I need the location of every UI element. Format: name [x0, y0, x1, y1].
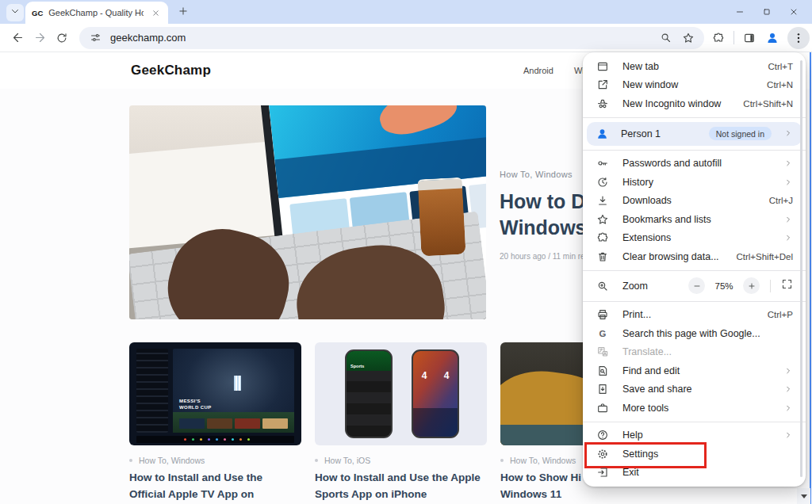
menu-item-extensions[interactable]: Extensions	[583, 229, 806, 248]
thumb-art-phone-right: 4 4	[412, 349, 459, 438]
chevron-right-icon	[783, 403, 793, 413]
menu-item-clear-browsing-data[interactable]: Clear browsing data... Ctrl+Shift+Del	[583, 247, 806, 266]
zoom-divider	[770, 280, 771, 292]
chevron-right-icon	[783, 215, 793, 224]
thumb-art-player	[234, 376, 241, 391]
thumb-art-taskbar	[136, 436, 294, 443]
exit-icon	[596, 466, 609, 479]
chevron-right-icon	[783, 384, 793, 394]
translate-icon	[596, 346, 609, 359]
briefcase-icon	[596, 401, 609, 414]
close-window-button[interactable]	[780, 0, 807, 24]
hero-image[interactable]	[129, 105, 486, 319]
chevron-right-icon	[783, 178, 793, 187]
tab-search-button[interactable]	[6, 4, 24, 21]
menu-item-downloads[interactable]: Downloads Ctrl+J	[583, 192, 806, 211]
menu-item-save-and-share[interactable]: Save and share	[583, 380, 806, 399]
chevron-right-icon	[783, 430, 793, 440]
thumb-art-taskbar-icons	[216, 438, 218, 441]
plus-icon	[178, 6, 189, 20]
menu-scrollbar[interactable]	[800, 60, 802, 477]
menu-item-print[interactable]: Print... Ctrl+P	[583, 306, 806, 325]
zoom-in-button[interactable]	[743, 277, 760, 294]
menu-item-find-and-edit[interactable]: Find and edit	[583, 361, 806, 380]
thumb-art-poster	[262, 418, 288, 429]
fullscreen-icon[interactable]	[781, 278, 793, 293]
article-category[interactable]: How To, Windows	[139, 456, 205, 465]
menu-item-zoom: Zoom 75%	[583, 275, 806, 297]
person-avatar-icon	[596, 127, 609, 140]
tab-strip: GC GeekChamp - Quality How to G	[0, 0, 812, 24]
url-text[interactable]: geekchamp.com	[110, 32, 650, 44]
active-tab[interactable]: GC GeekChamp - Quality How to G	[25, 2, 168, 24]
hero-art-drink-glass	[418, 178, 466, 257]
menu-item-new-incognito-window[interactable]: New Incognito window Ctrl+Shift+N	[583, 94, 806, 113]
article-card-apple-sports[interactable]: Sports 4 4 How To, iOS How to Install an…	[315, 342, 487, 502]
article-category[interactable]: How To, iOS	[324, 456, 370, 465]
menu-item-translate: Translate...	[583, 343, 806, 362]
toolbar-actions	[710, 27, 810, 49]
new-tab-button[interactable]	[176, 6, 190, 20]
thumb-art-poster	[207, 418, 232, 429]
article-thumbnail-apple-tv[interactable]: MESSI'S WORLD CUP	[129, 342, 301, 445]
reload-button[interactable]	[51, 27, 73, 49]
page-scrollbar-corner[interactable]	[797, 488, 810, 504]
tab-close-icon[interactable]	[149, 6, 162, 19]
zoom-out-button[interactable]	[688, 277, 705, 294]
extensions-puzzle-icon[interactable]	[710, 30, 726, 46]
key-icon	[596, 157, 609, 170]
article-category[interactable]: How To, Windows	[510, 456, 576, 465]
zoom-controls: 75%	[688, 277, 793, 294]
bookmark-star-icon[interactable]	[680, 30, 696, 46]
window-edge-accent	[810, 52, 811, 504]
history-icon	[596, 175, 609, 189]
maximize-button[interactable]	[753, 0, 780, 24]
back-button[interactable]	[6, 27, 29, 49]
star-icon	[596, 212, 609, 226]
category-bullet	[315, 459, 318, 462]
new-window-icon	[596, 78, 609, 92]
zoom-in-icon	[596, 279, 609, 292]
menu-item-bookmarks-and-lists[interactable]: Bookmarks and lists	[583, 210, 806, 229]
menu-item-more-tools[interactable]: More tools	[583, 399, 806, 418]
profile-avatar-icon[interactable]	[764, 30, 780, 46]
site-logo[interactable]: GeekChamp	[131, 63, 211, 78]
article-title[interactable]: How to Install and Use the Official Appl…	[129, 469, 301, 504]
scrollbar-down-arrow-icon	[801, 494, 807, 498]
article-card-apple-tv[interactable]: MESSI'S WORLD CUP How To, Windows How to…	[129, 342, 301, 504]
minimize-button[interactable]	[726, 0, 753, 24]
thumb-score-right: 4	[444, 370, 450, 381]
zoom-indicator-icon[interactable]	[657, 30, 673, 46]
profile-name: Person 1	[621, 128, 661, 139]
address-bar[interactable]: geekchamp.com	[79, 27, 704, 49]
menu-item-exit[interactable]: Exit	[583, 464, 806, 483]
download-icon	[596, 194, 609, 208]
menu-profile-row[interactable]: Person 1 Not signed in	[587, 122, 802, 146]
three-dot-menu-button[interactable]	[787, 27, 810, 49]
forward-button[interactable]	[29, 27, 51, 49]
article-title[interactable]: How to Install and Use the Apple Sports …	[315, 469, 487, 502]
menu-item-help[interactable]: Help	[583, 426, 806, 445]
category-bullet	[129, 459, 132, 462]
thumb-art-phone-left: Sports	[345, 349, 393, 438]
menu-item-search-with-google[interactable]: G Search this page with Google...	[583, 324, 806, 343]
trash-icon	[596, 250, 609, 263]
window-controls	[726, 0, 807, 24]
thumb-art-sidebar	[136, 349, 168, 433]
menu-item-passwords-and-autofill[interactable]: Passwords and autofill	[583, 155, 806, 174]
zoom-value: 75%	[710, 281, 738, 291]
menu-item-new-tab[interactable]: New tab Ctrl+T	[583, 57, 806, 76]
chrome-menu: New tab Ctrl+T New window Ctrl+N New Inc…	[583, 52, 806, 487]
menu-divider	[583, 301, 806, 302]
side-panel-icon[interactable]	[741, 30, 757, 46]
menu-divider	[583, 150, 806, 151]
nav-item-android[interactable]: Android	[523, 66, 553, 75]
menu-divider	[583, 270, 806, 271]
gear-icon	[596, 447, 609, 460]
site-settings-icon[interactable]	[87, 30, 103, 46]
menu-item-history[interactable]: History	[583, 173, 806, 192]
chevron-right-icon	[783, 127, 793, 141]
article-thumbnail-apple-sports[interactable]: Sports 4 4	[315, 342, 487, 445]
menu-item-settings[interactable]: Settings	[583, 445, 806, 464]
menu-item-new-window[interactable]: New window Ctrl+N	[583, 76, 806, 95]
